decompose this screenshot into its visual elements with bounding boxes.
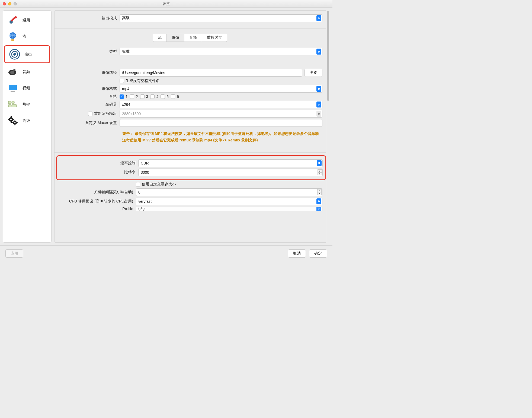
monitor-icon bbox=[6, 82, 19, 95]
rec-format-select[interactable]: mp4 bbox=[120, 85, 322, 93]
sidebar-item-output[interactable]: 输出 bbox=[4, 45, 50, 63]
checkbox-icon bbox=[120, 79, 124, 83]
stepper-down-icon[interactable]: ▾ bbox=[318, 172, 322, 175]
sidebar-item-label: 输出 bbox=[24, 52, 32, 57]
type-label: 类型 bbox=[57, 49, 120, 54]
svg-point-11 bbox=[13, 69, 16, 71]
rec-path-label: 录像路径 bbox=[57, 70, 120, 75]
checkbox-icon bbox=[171, 94, 175, 99]
track-5-checkbox[interactable]: 5 bbox=[161, 94, 169, 99]
stepper-up-icon[interactable]: ▴ bbox=[317, 189, 322, 192]
svg-rect-14 bbox=[8, 101, 11, 104]
apply-button[interactable]: 应用 bbox=[5, 249, 23, 258]
svg-rect-12 bbox=[9, 85, 17, 90]
sidebar-item-general[interactable]: 通用 bbox=[3, 12, 51, 28]
wrench-icon bbox=[6, 14, 19, 27]
svg-rect-23 bbox=[11, 121, 12, 123]
gears-icon bbox=[6, 114, 19, 127]
svg-point-21 bbox=[14, 122, 16, 123]
svg-rect-13 bbox=[11, 91, 15, 92]
svg-rect-22 bbox=[11, 116, 12, 118]
ok-button[interactable]: 确定 bbox=[309, 249, 327, 258]
titlebar: 设置 bbox=[0, 0, 332, 8]
custom-buffer-label: 使用自定义缓存大小 bbox=[142, 182, 176, 187]
tab-replay-buffer[interactable]: 重拨缓存 bbox=[202, 34, 227, 42]
type-value: 标准 bbox=[122, 49, 130, 54]
output-mode-value: 高级 bbox=[122, 16, 130, 21]
tab-record[interactable]: 录像 bbox=[166, 34, 184, 42]
chevron-updown-icon bbox=[316, 198, 321, 204]
sidebar-item-hotkeys[interactable]: 热键 bbox=[3, 96, 51, 113]
sidebar-item-advanced[interactable]: 高级 bbox=[3, 113, 51, 129]
dialog-footer: 应用 取消 确定 bbox=[0, 245, 332, 261]
sidebar-item-audio[interactable]: 音频 bbox=[3, 64, 51, 80]
rate-control-select[interactable]: CBR bbox=[138, 159, 323, 167]
rec-path-input[interactable]: /Users/guoruifeng/Movies bbox=[120, 69, 302, 77]
stepper-down-icon[interactable]: ▾ bbox=[317, 192, 322, 195]
vertical-scrollbar[interactable] bbox=[326, 10, 330, 243]
sidebar-item-label: 流 bbox=[23, 34, 26, 39]
chevron-updown-icon bbox=[316, 86, 321, 92]
output-tabs: 流 录像 音频 重拨缓存 bbox=[153, 34, 227, 42]
divider bbox=[55, 152, 328, 153]
muxer-label: 自定义 Muxer 设置 bbox=[57, 121, 120, 125]
svg-point-2 bbox=[15, 16, 17, 18]
chevron-updown-icon bbox=[316, 102, 321, 107]
chevron-updown-icon bbox=[316, 207, 321, 211]
encoder-value: x264 bbox=[122, 102, 130, 107]
track-2-checkbox[interactable]: 2 bbox=[130, 94, 138, 99]
sidebar-item-video[interactable]: 视频 bbox=[3, 80, 51, 96]
track-6-checkbox[interactable]: 6 bbox=[171, 94, 179, 99]
tracks-label: 音轨 bbox=[57, 94, 120, 99]
type-select[interactable]: 标准 bbox=[120, 48, 322, 55]
custom-buffer-checkbox[interactable]: 使用自定义缓存大小 bbox=[136, 182, 176, 187]
highlighted-section: 速率控制 CBR 比特率 3000 ▴▾ bbox=[56, 155, 326, 180]
encoder-select[interactable]: x264 bbox=[120, 101, 322, 108]
svg-point-10 bbox=[10, 71, 14, 74]
output-mode-label: 输出模式 bbox=[57, 16, 120, 21]
encoder-label: 编码器 bbox=[57, 102, 120, 107]
svg-rect-25 bbox=[13, 119, 14, 120]
rescale-select[interactable]: 2880x1800 bbox=[120, 110, 322, 118]
browse-button[interactable]: 浏览 bbox=[305, 69, 322, 77]
rec-format-label: 录像格式 bbox=[57, 86, 120, 91]
sidebar-item-label: 通用 bbox=[23, 18, 30, 23]
keyboard-icon bbox=[6, 98, 19, 111]
tab-stream[interactable]: 流 bbox=[153, 34, 166, 42]
svg-point-19 bbox=[10, 119, 12, 120]
chevron-updown-icon bbox=[317, 160, 322, 166]
svg-rect-29 bbox=[17, 122, 18, 123]
svg-rect-26 bbox=[15, 120, 15, 121]
speaker-icon bbox=[6, 65, 19, 78]
no-space-filename-checkbox[interactable]: 生成没有空格文件名 bbox=[120, 78, 160, 83]
content-scroll[interactable]: 输出模式 高级 流 录像 音频 重拨缓存 bbox=[54, 10, 330, 243]
tab-audio[interactable]: 音频 bbox=[184, 34, 202, 42]
rescale-checkbox[interactable] bbox=[88, 112, 92, 116]
cpu-preset-select[interactable]: veryfast bbox=[136, 198, 322, 205]
sidebar-item-stream[interactable]: 流 bbox=[3, 28, 51, 45]
settings-sidebar: 通用 流 输出 音频 视频 bbox=[3, 10, 52, 243]
divider bbox=[55, 28, 328, 29]
muxer-input[interactable] bbox=[120, 119, 322, 127]
profile-select[interactable]: (无) bbox=[136, 207, 322, 211]
track-1-checkbox[interactable]: 1 bbox=[120, 94, 128, 99]
rescale-value: 2880x1800 bbox=[122, 112, 141, 116]
checkbox-icon bbox=[150, 94, 155, 99]
cpu-preset-label: CPU 使用预设 (高 = 较少的 CPU占用) bbox=[57, 199, 136, 204]
rec-format-value: mp4 bbox=[122, 87, 129, 91]
broadcast-icon bbox=[8, 48, 21, 61]
svg-rect-28 bbox=[12, 122, 13, 123]
stepper-up-icon[interactable]: ▴ bbox=[318, 169, 322, 172]
keyframe-stepper[interactable]: 0 ▴▾ bbox=[136, 188, 322, 196]
track-4-checkbox[interactable]: 4 bbox=[150, 94, 158, 99]
keyframe-value: 0 bbox=[138, 190, 140, 194]
scrollbar-thumb[interactable] bbox=[327, 11, 329, 101]
divider bbox=[55, 62, 328, 62]
checkbox-icon bbox=[161, 94, 165, 99]
cancel-button[interactable]: 取消 bbox=[288, 249, 306, 258]
output-mode-select[interactable]: 高级 bbox=[120, 14, 322, 22]
svg-point-6 bbox=[13, 53, 16, 56]
chevron-updown-icon bbox=[316, 15, 321, 21]
bitrate-stepper[interactable]: 3000 ▴▾ bbox=[138, 169, 323, 176]
track-3-checkbox[interactable]: 3 bbox=[140, 94, 148, 99]
